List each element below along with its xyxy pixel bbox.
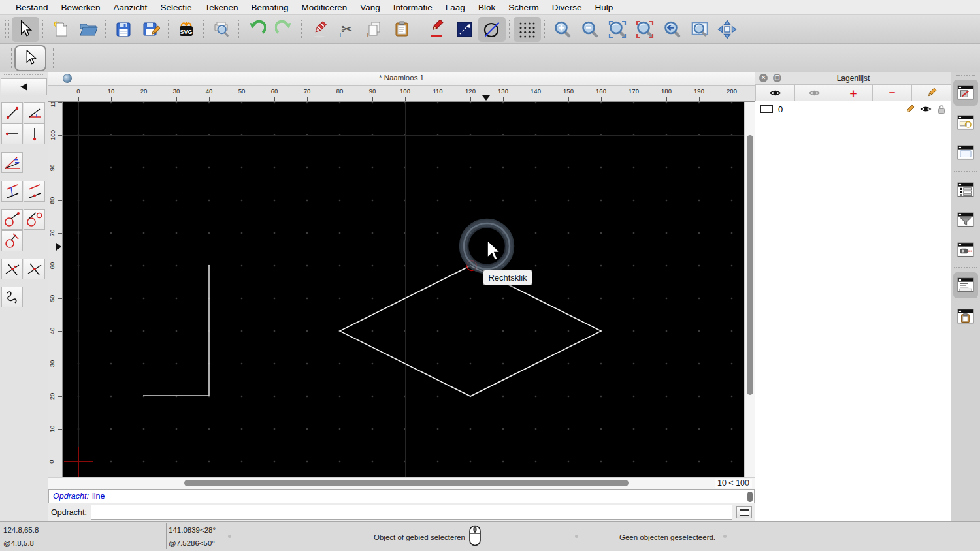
vertical-scrollbar[interactable] — [744, 102, 755, 477]
line-bisector-button[interactable] — [1, 152, 23, 173]
menu-modificeren[interactable]: Modificeren — [295, 3, 354, 12]
layer-visibility-button[interactable] — [920, 105, 932, 113]
menu-aanzicht[interactable]: Aanzicht — [107, 3, 154, 12]
line-tangent-circles-button[interactable] — [24, 209, 45, 230]
menu-hulp[interactable]: Hulp — [588, 3, 619, 12]
cut-button[interactable]: ✂ + — [333, 17, 361, 42]
line-parallel-button[interactable] — [24, 181, 45, 202]
palette-back-button[interactable] — [1, 78, 47, 95]
remove-layer-button[interactable]: − — [873, 84, 912, 101]
selection-filter-dock-button[interactable] — [953, 207, 978, 233]
zoom-previous-button[interactable] — [631, 17, 659, 42]
layer-lock-button[interactable] — [937, 104, 946, 114]
menu-blok[interactable]: Blok — [472, 3, 502, 12]
zoom-back-button[interactable] — [659, 17, 686, 42]
show-all-layers-button[interactable] — [755, 84, 795, 101]
undo-button[interactable] — [243, 17, 270, 42]
palette-drag-handle[interactable] — [4, 74, 43, 75]
menu-bestand[interactable]: Bestand — [9, 3, 55, 12]
zoom-pan-button[interactable] — [713, 17, 741, 42]
v-ruler-label: 50 — [48, 295, 56, 302]
svg-text:+: + — [338, 31, 342, 39]
drawing-canvas[interactable]: Rechtsklik — [63, 102, 744, 477]
line-parallel-point-button[interactable] — [1, 181, 23, 202]
zoom-auto-button[interactable] — [604, 17, 631, 42]
hide-all-layers-button[interactable] — [795, 84, 834, 101]
layer-row[interactable]: 0 — [755, 102, 951, 116]
open-file-button[interactable] — [74, 17, 102, 42]
new-document-icon — [52, 20, 70, 39]
restrict-nothing-button[interactable] — [478, 17, 506, 42]
line-vertical-button[interactable] — [24, 123, 45, 144]
delete-eraser-button[interactable] — [306, 17, 333, 42]
dock-drag-handle[interactable] — [956, 75, 975, 76]
snap-grid-button[interactable] — [514, 17, 541, 42]
horizontal-scrollbar-thumb[interactable] — [184, 480, 629, 486]
v-ruler-tick — [58, 331, 62, 332]
menu-diverse[interactable]: Diverse — [546, 3, 589, 12]
command-options-button[interactable] — [736, 506, 752, 518]
svg-export-button[interactable]: SVG — [172, 17, 200, 42]
command-input[interactable] — [91, 505, 732, 520]
zoom-window-button[interactable] — [686, 17, 713, 42]
select-cursor-button[interactable] — [12, 17, 39, 42]
print-preview-button[interactable] — [208, 17, 235, 42]
save-as-button[interactable] — [137, 17, 165, 42]
v-ruler-label: 100 — [49, 130, 56, 140]
layer-edit-button[interactable] — [905, 104, 915, 114]
current-tool-select-button[interactable] — [14, 45, 46, 71]
line-horizontal-button[interactable] — [1, 123, 23, 144]
menu-bewerken[interactable]: Bewerken — [55, 3, 107, 12]
new-document-button[interactable] — [47, 17, 74, 42]
vertical-scrollbar-thumb[interactable] — [747, 135, 753, 395]
diamond-polygon[interactable] — [340, 266, 601, 396]
zoom-out-button[interactable] — [576, 17, 604, 42]
history-scrollbar-thumb[interactable] — [747, 492, 753, 502]
pen-edit-button[interactable] — [423, 17, 451, 42]
copy-button[interactable]: + — [361, 17, 388, 42]
save-button[interactable] — [110, 17, 137, 42]
layer-name: 0 — [778, 104, 905, 114]
canvas-row: 0102030405060708090100110 — [48, 102, 755, 477]
paste-button[interactable] — [388, 17, 416, 42]
pen-wizard-dock-button[interactable] — [953, 237, 978, 263]
entity-list-dock-button[interactable] — [953, 177, 978, 203]
menu-bemating[interactable]: Bemating — [244, 3, 295, 12]
line-orthogonal-button[interactable] — [24, 259, 45, 279]
l-shape-polyline[interactable] — [143, 265, 209, 396]
v-ruler-tick — [58, 168, 62, 168]
redo-button[interactable] — [270, 17, 298, 42]
menu-vang[interactable]: Vang — [353, 3, 387, 12]
line-tangent-point-circle-button[interactable] — [1, 209, 23, 230]
clipboard-dock-button[interactable] — [953, 304, 978, 330]
menu-tekenen[interactable]: Tekenen — [198, 3, 244, 12]
menu-informatie[interactable]: Informatie — [387, 3, 439, 12]
line-orthogonal-tangent-button[interactable] — [1, 230, 23, 251]
block-list-dock-button[interactable] — [953, 110, 978, 136]
layer-list-dock-button[interactable] — [953, 80, 978, 106]
menu-selectie[interactable]: Selectie — [154, 3, 198, 12]
layer-color-swatch[interactable] — [760, 105, 773, 113]
library-browser-dock-button[interactable] — [953, 140, 978, 166]
zoom-in-button[interactable] — [549, 17, 576, 42]
document-tab-bar[interactable]: * Naamloos 1 — [48, 72, 755, 86]
h-ruler-label: 110 — [433, 87, 442, 95]
toolbar-drag-handle[interactable] — [5, 20, 9, 39]
menu-scherm[interactable]: Scherm — [502, 3, 546, 12]
line-angle-button[interactable] — [24, 102, 45, 123]
command-line-dock-button[interactable] — [953, 272, 978, 298]
cut-icon: ✂ + — [338, 20, 356, 39]
line-tangent-circles-icon — [26, 211, 43, 228]
line-relative-angle-button[interactable] — [1, 259, 23, 279]
line-parallel-icon — [27, 183, 42, 199]
menu-laag[interactable]: Laag — [439, 3, 472, 12]
horizontal-scrollbar[interactable]: 10 < 100 — [48, 477, 755, 489]
edit-layer-button[interactable] — [912, 84, 951, 101]
line-freehand-button[interactable] — [1, 287, 23, 307]
draw-line-button[interactable] — [451, 17, 478, 42]
line-two-points-button[interactable] — [1, 102, 23, 123]
h-ruler-label: 80 — [336, 87, 344, 95]
options-drag-handle[interactable] — [8, 48, 12, 68]
add-layer-button[interactable]: ＋ — [834, 84, 874, 101]
v-ruler: 0102030405060708090100110 — [48, 102, 63, 477]
